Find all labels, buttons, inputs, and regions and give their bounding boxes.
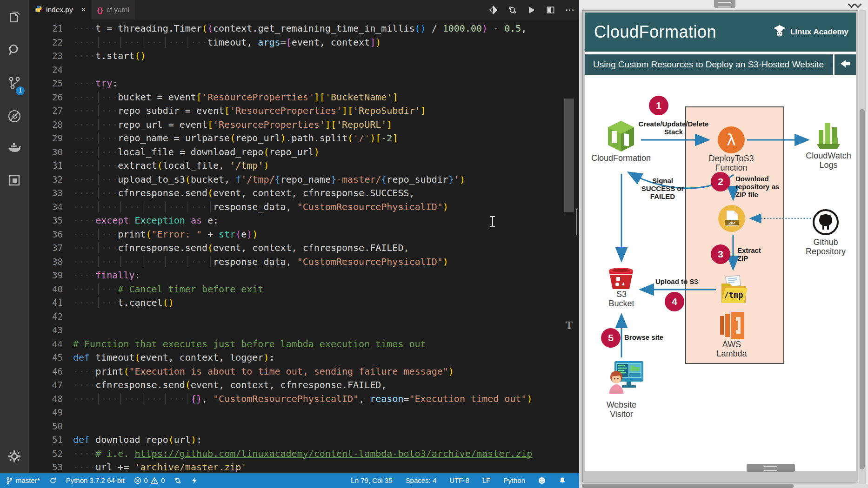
sidebar-item-search[interactable] — [7, 43, 22, 58]
code-line: 24 — [29, 63, 579, 77]
cloudwatch-logs-icon — [815, 120, 842, 153]
line-number: 40 — [29, 283, 73, 297]
sidebar-item-debug-disabled[interactable] — [7, 109, 22, 124]
overview-ruler-artifact: T — [566, 320, 573, 331]
window-bottom-handle[interactable] — [747, 464, 795, 472]
website-visitor-label: Website Visitor — [589, 400, 654, 419]
step-4-label: Upload to S3 — [655, 278, 698, 286]
code-text: ····│···print("Error: " + str(e)) — [73, 229, 258, 240]
code-text: ····│···# Cancel timer before exit — [73, 284, 263, 295]
code-text: ····│···local_file = download_repo(repo_… — [73, 146, 320, 158]
grip-icon — [764, 466, 777, 471]
code-line: 43 — [29, 323, 579, 337]
code-line: 22····│···│···│···│···│···timeout, args=… — [29, 36, 579, 50]
editor-group: index.py × {} cf.yaml ⋯ 21····t = thread… — [29, 0, 579, 488]
eol-item[interactable]: LF — [482, 476, 491, 484]
code-line: 29····│···repo_name = urlparse(repo_url)… — [29, 132, 579, 145]
language-mode-item[interactable]: Python — [503, 476, 525, 484]
window-top-handle[interactable] — [714, 0, 735, 8]
synchronize-icon[interactable] — [508, 6, 517, 14]
code-line: 23····t.start() — [29, 49, 579, 63]
code-editor[interactable]: 21····t = threading.Timer((context.get_r… — [29, 20, 579, 473]
cursor-position-item[interactable]: Ln 79, Col 35 — [351, 476, 392, 484]
code-text: def timeout(event, context, logger): — [73, 352, 275, 363]
panel-title: CloudFormation — [585, 22, 716, 42]
activity-bar: 1 — [0, 0, 29, 473]
docker-whale-icon — [7, 149, 22, 157]
code-text: ····cfnresponse.send(event, context, cfn… — [73, 379, 387, 390]
window-content: CloudFormation Linux Academy Using Custo… — [585, 13, 856, 472]
github-icon — [812, 209, 839, 237]
code-line: 38····│···│···│···│···│···│response_data… — [29, 255, 579, 269]
code-line: 26····│···bucket = event['ResourceProper… — [29, 91, 579, 105]
python-interpreter-item[interactable]: Python 3.7.2 64-bit — [66, 476, 125, 484]
indentation: Spaces: 4 — [406, 476, 437, 484]
line-number: 21 — [29, 22, 73, 36]
code-line: 37····│···cfnresponse.send(event, contex… — [29, 241, 579, 255]
lightning-item[interactable] — [191, 477, 198, 484]
code-line: 39····finally: — [29, 269, 579, 283]
horizontal-scrollbar[interactable] — [579, 484, 868, 488]
editor-actions: ⋯ — [489, 0, 575, 20]
notifications-button[interactable] — [559, 477, 566, 484]
git-branch-item[interactable]: master* — [6, 476, 40, 484]
back-arrow-icon — [839, 59, 851, 71]
step-badge-2: 2 — [711, 172, 730, 191]
lesson-title: Using Custom Resources to Deploy an S3-H… — [585, 59, 824, 70]
error-icon — [134, 477, 141, 484]
line-number: 44 — [29, 337, 73, 351]
more-actions-icon[interactable]: ⋯ — [565, 4, 575, 15]
problems-item[interactable]: 0 0 — [134, 476, 165, 484]
code-text: ····│···t.cancel() — [73, 297, 174, 308]
cloudformation-label: CloudFormation — [588, 153, 654, 163]
back-button[interactable] — [833, 54, 856, 75]
line-number: 49 — [29, 406, 73, 420]
tab-index-py[interactable]: index.py × — [29, 0, 91, 20]
sidebar-item-custom-editor[interactable] — [7, 173, 22, 188]
mouse-ibeam-cursor — [489, 216, 496, 228]
code-text: ····│···repo_subdir = event['ResourcePro… — [73, 105, 426, 116]
eol: LF — [482, 476, 491, 484]
cloudformation-icon — [607, 120, 635, 154]
line-number: 42 — [29, 310, 73, 324]
indentation-item[interactable]: Spaces: 4 — [406, 476, 437, 484]
code-text: ····print("Execution is about to time ou… — [73, 366, 454, 377]
compare-icon — [174, 477, 181, 484]
settings-gear-button[interactable] — [7, 449, 22, 464]
sidebar-item-explorer[interactable] — [7, 10, 22, 25]
panel-header: CloudFormation Linux Academy — [585, 13, 856, 52]
linux-academy-logo-icon — [773, 24, 787, 40]
collapse-chevrons-icon[interactable] — [849, 2, 863, 9]
code-line: 47····cfnresponse.send(event, context, c… — [29, 378, 579, 392]
split-editor-icon[interactable] — [546, 6, 555, 14]
code-area[interactable]: 21····t = threading.Timer((context.get_r… — [29, 22, 579, 473]
cloudformation-window: CloudFormation Linux Academy Using Custo… — [582, 10, 858, 482]
step-2-label: Download repository as ZIP file — [735, 175, 779, 198]
code-text: ····t.start() — [73, 50, 146, 61]
compare-changes-item[interactable] — [174, 477, 181, 484]
line-number: 25 — [29, 77, 73, 91]
signal-label: Signal SUCCESS or FAILED — [641, 177, 685, 200]
feedback-button[interactable] — [538, 477, 546, 484]
horizontal-scrollbar-thumb[interactable] — [582, 484, 794, 488]
encoding-item[interactable]: UTF-8 — [449, 476, 469, 484]
vertical-scrollbar[interactable] — [859, 10, 866, 484]
sync-status-button[interactable] — [49, 477, 57, 484]
cloudwatch-label: CloudWatch Logs — [796, 151, 861, 170]
sidebar-item-docker[interactable] — [7, 140, 22, 155]
code-line: 46····print("Execution is about to time … — [29, 365, 579, 379]
line-number: 24 — [29, 63, 73, 77]
brand: Linux Academy — [773, 24, 856, 40]
close-icon[interactable]: × — [81, 6, 86, 14]
vscode-window: 1 index.py × {} — [0, 0, 579, 488]
background-page: CloudFormation Linux Academy Using Custo… — [579, 0, 868, 488]
step-badge-4: 4 — [665, 292, 684, 311]
zip-file-icon: ZIP — [718, 205, 745, 234]
run-icon[interactable] — [527, 6, 536, 14]
step-3-label: Extract ZIP — [737, 247, 761, 263]
editor-scrollbar-thumb[interactable] — [564, 99, 574, 212]
tab-cf-yaml[interactable]: {} cf.yaml — [91, 0, 135, 20]
tab-label: cf.yaml — [107, 6, 129, 14]
open-changes-icon[interactable] — [489, 6, 498, 14]
branch-icon — [6, 477, 13, 484]
